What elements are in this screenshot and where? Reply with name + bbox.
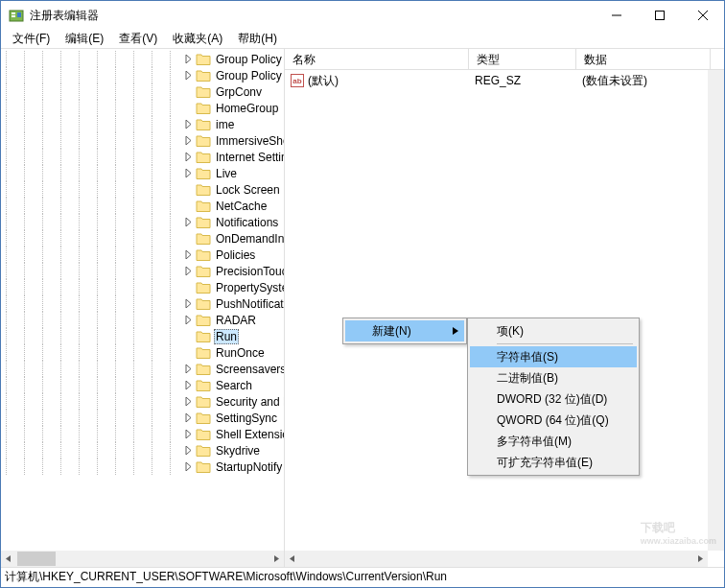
folder-icon [196,85,211,99]
horizontal-scrollbar-list[interactable] [285,551,708,567]
expander-icon[interactable] [183,298,194,309]
menu-1[interactable]: 编辑(E) [58,29,111,49]
tree-item-group-policy-editor[interactable]: Group Policy Editor [1,51,284,67]
expander-icon[interactable] [183,429,194,439]
maximize-button[interactable] [638,1,681,30]
tree-item-settingsync[interactable]: SettingSync [1,410,284,426]
submenu-item-5[interactable]: QWORD (64 位)值(Q) [470,410,637,431]
column-header-0[interactable]: 名称 [285,49,469,69]
tree-item-label: Shell Extensions [214,428,284,441]
watermark: 下载吧 www.xiazaiba.com [641,520,716,546]
submenu-item-4[interactable]: DWORD (32 位)值(D) [470,388,637,410]
tree-item-label: RADAR [214,314,258,327]
expander-icon[interactable] [183,249,194,260]
tree-item-precisiontouchpad[interactable]: PrecisionTouchPad [1,263,284,279]
svg-marker-10 [186,120,191,129]
tree-item-label: PushNotifications [214,297,284,311]
expander-icon[interactable] [183,168,194,178]
expander-icon[interactable] [183,135,194,146]
tree-item-radar[interactable]: RADAR [1,312,284,328]
submenu-item-0[interactable]: 项(K) [470,320,637,341]
expander-icon[interactable] [183,347,194,358]
tree-item-security-and-mainte[interactable]: Security and Mainte [1,393,284,410]
tree-item-grpconv[interactable]: GrpConv [1,83,284,100]
vertical-scrollbar[interactable] [708,70,724,551]
expander-icon[interactable] [183,119,194,129]
folder-icon [196,102,211,115]
tree-item-runonce[interactable]: RunOnce [1,344,284,361]
expander-icon[interactable] [183,282,194,293]
expander-icon[interactable] [183,86,194,97]
scroll-right-button[interactable] [268,551,284,567]
tree-item-label: StartupNotify [214,460,284,474]
expander-icon[interactable] [183,461,194,472]
scroll-right-button[interactable] [691,551,708,567]
context-submenu[interactable]: 项(K)字符串值(S)二进制值(B)DWORD (32 位)值(D)QWORD … [467,318,640,476]
tree-item-live[interactable]: Live [1,165,284,181]
tree-item-group-policy-object[interactable]: Group Policy Object [1,67,284,83]
expander-icon[interactable] [183,103,194,113]
expander-icon[interactable] [183,315,194,325]
expander-icon[interactable] [183,331,194,341]
menu-item-new[interactable]: 新建(N) [345,320,464,341]
horizontal-scrollbar[interactable] [1,551,284,567]
tree-item-skydrive[interactable]: Skydrive [1,442,284,459]
tree-item-internet-settings[interactable]: Internet Settings [1,149,284,165]
menu-2[interactable]: 查看(V) [111,29,165,49]
tree-item-policies[interactable]: Policies [1,247,284,263]
tree-item-screensavers[interactable]: Screensavers [1,361,284,377]
expander-icon[interactable] [183,412,194,423]
expander-icon[interactable] [183,380,194,390]
expander-icon[interactable] [183,200,194,211]
menu-4[interactable]: 帮助(H) [230,29,285,49]
expander-icon[interactable] [183,70,194,81]
expander-icon[interactable] [183,184,194,195]
folder-icon [196,379,211,392]
submenu-item-6[interactable]: 多字符串值(M) [470,431,637,452]
menu-3[interactable]: 收藏夹(A) [165,29,230,49]
submenu-item-2[interactable]: 字符串值(S) [470,346,637,367]
menu-0[interactable]: 文件(F) [5,29,58,49]
expander-icon[interactable] [183,233,194,244]
tree-item-label: Skydrive [214,444,262,458]
submenu-item-7[interactable]: 可扩充字符串值(E) [470,452,637,473]
tree-item-search[interactable]: Search [1,377,284,393]
menu-bar: 文件(F)编辑(E)查看(V)收藏夹(A)帮助(H) [1,30,724,49]
tree-item-netcache[interactable]: NetCache [1,198,284,214]
scroll-left-button[interactable] [285,551,301,567]
tree-item-run[interactable]: Run [1,328,284,344]
column-header-2[interactable]: 数据 [576,49,711,69]
expander-icon[interactable] [183,266,194,276]
expander-icon[interactable] [183,364,194,374]
scrollbar-thumb[interactable] [17,552,56,566]
tree-item-startupnotify[interactable]: StartupNotify [1,459,284,475]
tree-item-immersiveshell[interactable]: ImmersiveShell [1,132,284,149]
submenu-item-3[interactable]: 二进制值(B) [470,367,637,388]
scroll-left-button[interactable] [1,551,17,567]
tree-item-pushnotifications[interactable]: PushNotifications [1,295,284,312]
close-button[interactable] [681,1,724,30]
minimize-button[interactable] [595,1,638,30]
expander-icon[interactable] [183,54,194,64]
menu-separator [497,343,633,344]
expander-icon[interactable] [183,396,194,407]
tree-item-lock-screen[interactable]: Lock Screen [1,181,284,198]
folder-icon [196,363,211,376]
tree-item-ondemandinterface[interactable]: OnDemandInterface [1,230,284,247]
expander-icon[interactable] [183,217,194,227]
context-menu[interactable]: 新建(N) [342,318,467,344]
expander-icon[interactable] [183,445,194,456]
expander-icon[interactable] [183,152,194,162]
svg-marker-9 [186,71,191,80]
folder-icon [196,200,211,213]
folder-icon [196,412,211,425]
tree-item-propertysystem[interactable]: PropertySystem [1,279,284,295]
tree-item-notifications[interactable]: Notifications [1,214,284,230]
tree-item-ime[interactable]: ime [1,116,284,132]
column-header-1[interactable]: 类型 [469,49,576,69]
tree-item-label: Search [214,379,254,392]
tree-item-homegroup[interactable]: HomeGroup [1,100,284,116]
folder-icon [196,53,211,66]
tree-item-shell-extensions[interactable]: Shell Extensions [1,426,284,442]
list-row[interactable]: ab(默认)REG_SZ(数值未设置) [285,72,724,89]
